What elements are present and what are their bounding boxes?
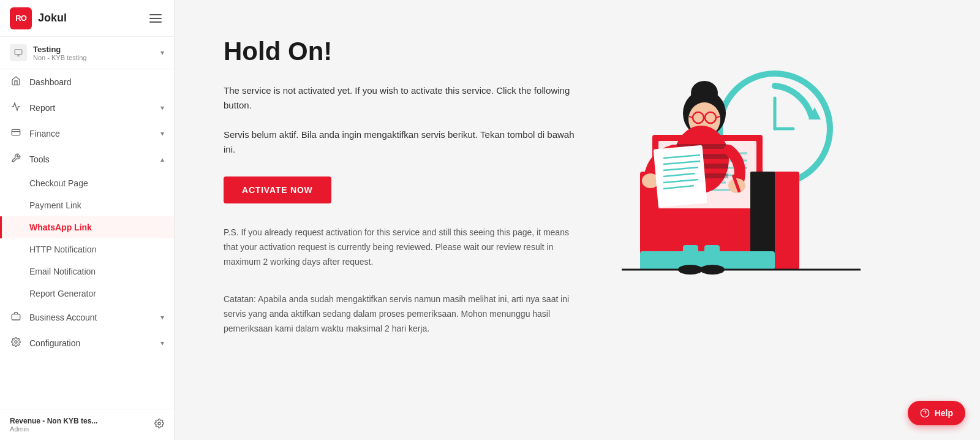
account-name: Testing	[33, 45, 86, 54]
content-area: Hold On! The service is not activated ye…	[175, 0, 910, 373]
svg-rect-5	[12, 314, 20, 320]
nav-item-business-account[interactable]: Business Account ▾	[0, 305, 174, 330]
account-sub: Non - KYB testing	[33, 54, 86, 61]
footer-role: Admin	[10, 425, 97, 433]
payment-link-label: Payment Link	[29, 200, 81, 210]
svg-rect-3	[12, 129, 20, 135]
nav-item-configuration[interactable]: Configuration ▾	[0, 330, 174, 356]
report-label: Report	[29, 103, 55, 113]
tools-icon	[10, 153, 22, 165]
catatan-note: Catatan: Apabila anda sudah mengaktifkan…	[224, 292, 579, 336]
svg-point-50	[700, 265, 725, 275]
footer-user-info: Revenue - Non KYB tes... Admin	[10, 417, 97, 433]
help-button[interactable]: Help	[908, 401, 965, 425]
activate-now-button[interactable]: ACTIVATE NOW	[224, 176, 331, 203]
account-info: Testing Non - KYB testing	[10, 44, 86, 61]
footer-org: Revenue - Non KYB tes...	[10, 417, 97, 425]
description-english: The service is not activated yet. If you…	[224, 83, 579, 113]
footer-settings-button[interactable]	[154, 419, 164, 431]
chevron-down-icon: ▾	[160, 48, 164, 57]
account-icon	[10, 44, 27, 61]
chevron-down-icon: ▾	[160, 104, 164, 112]
chevron-up-icon: ▴	[160, 155, 164, 164]
illustration-section	[603, 37, 861, 282]
hamburger-button[interactable]	[147, 12, 164, 25]
main-content: Hold On! The service is not activated ye…	[175, 0, 980, 440]
sidebar-footer: Revenue - Non KYB tes... Admin	[0, 409, 174, 440]
help-label: Help	[935, 408, 953, 418]
sidebar-item-http-notification[interactable]: HTTP Notification	[0, 238, 174, 260]
email-notification-label: Email Notification	[29, 267, 96, 276]
page-title: Hold On!	[224, 37, 579, 66]
text-section: Hold On! The service is not activated ye…	[224, 37, 579, 336]
chevron-down-icon: ▾	[160, 129, 164, 138]
sidebar-item-checkout-page[interactable]: Checkout Page	[0, 172, 174, 194]
svg-point-49	[678, 265, 703, 275]
tools-label: Tools	[29, 154, 50, 164]
config-icon	[10, 337, 22, 349]
hold-on-illustration	[603, 49, 861, 282]
app-name: Jokul	[38, 12, 67, 25]
report-generator-label: Report Generator	[29, 289, 96, 298]
report-icon	[10, 102, 22, 114]
account-selector[interactable]: Testing Non - KYB testing ▾	[0, 37, 174, 69]
sidebar-header: RO Jokul	[0, 0, 174, 37]
svg-point-7	[158, 422, 160, 425]
account-text: Testing Non - KYB testing	[33, 45, 86, 61]
sidebar: RO Jokul Testing Non - KYB testing ▾ Das…	[0, 0, 175, 440]
app-logo: RO	[10, 7, 32, 29]
finance-label: Finance	[29, 129, 60, 138]
sidebar-item-whatsapp-link[interactable]: WhatsApp Link	[0, 216, 174, 238]
checkout-page-label: Checkout Page	[29, 178, 88, 188]
chevron-down-icon: ▾	[160, 313, 164, 322]
configuration-label: Configuration	[29, 338, 80, 348]
svg-point-6	[15, 341, 17, 343]
nav-item-tools[interactable]: Tools ▴	[0, 146, 174, 172]
business-account-label: Business Account	[29, 313, 97, 322]
dashboard-label: Dashboard	[29, 77, 72, 87]
help-icon	[920, 408, 930, 418]
http-notification-label: HTTP Notification	[29, 245, 96, 254]
sidebar-item-email-notification[interactable]: Email Notification	[0, 260, 174, 283]
sidebar-item-report-generator[interactable]: Report Generator	[0, 283, 174, 305]
description-indonesian: Servis belum aktif. Bila anda ingin meng…	[224, 127, 579, 157]
nav-item-report[interactable]: Report ▾	[0, 95, 174, 121]
nav-item-dashboard[interactable]: Dashboard	[0, 69, 174, 95]
chevron-down-icon: ▾	[160, 339, 164, 347]
svg-point-24	[691, 81, 718, 105]
ps-note: P.S. If you already request activation f…	[224, 226, 579, 269]
sidebar-item-payment-link[interactable]: Payment Link	[0, 194, 174, 216]
home-icon	[10, 76, 22, 88]
whatsapp-link-label: WhatsApp Link	[29, 222, 92, 232]
finance-icon	[10, 127, 22, 140]
nav-item-finance[interactable]: Finance ▾	[0, 121, 174, 146]
svg-rect-0	[15, 50, 22, 55]
business-icon	[10, 311, 22, 324]
